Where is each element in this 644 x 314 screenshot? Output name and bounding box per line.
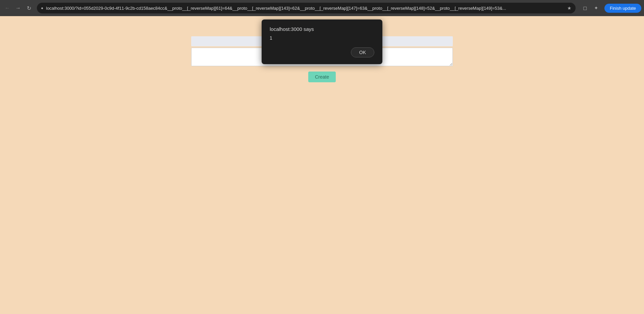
alert-message: 1	[270, 35, 374, 41]
forward-button[interactable]: →	[13, 3, 23, 13]
alert-actions: OK	[270, 47, 374, 57]
finish-update-button[interactable]: Finish update	[604, 4, 641, 13]
alert-ok-button[interactable]: OK	[351, 47, 374, 57]
back-button[interactable]: ←	[3, 3, 12, 13]
refresh-button[interactable]: ↻	[24, 3, 34, 13]
bookmark-icon: ★	[567, 5, 572, 11]
alert-title: localhost:3000 says	[270, 26, 374, 32]
browser-icons: ◻ ✦ Finish update	[580, 3, 641, 13]
address-bar[interactable]: ● localhost:3000/?id=055d2029-0c9d-4f11-…	[37, 3, 576, 13]
alert-dialog: localhost:3000 says 1 OK	[262, 19, 382, 64]
extensions-button[interactable]: ◻	[580, 3, 590, 13]
browser-chrome: ← → ↻ ● localhost:3000/?id=055d2029-0c9d…	[0, 0, 644, 16]
lock-icon: ●	[41, 6, 43, 10]
page-content: Create localhost:3000 says 1 OK	[0, 16, 644, 314]
profile-button[interactable]: ✦	[592, 3, 601, 13]
url-text: localhost:3000/?id=055d2029-0c9d-4f11-9c…	[46, 6, 565, 11]
alert-overlay: localhost:3000 says 1 OK	[0, 16, 644, 314]
